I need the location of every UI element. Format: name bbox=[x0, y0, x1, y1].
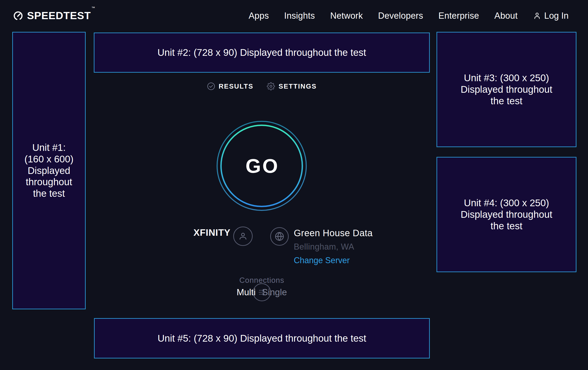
nav-insights[interactable]: Insights bbox=[284, 11, 315, 21]
tab-results-label: RESULTS bbox=[219, 83, 253, 90]
ad-unit-1: Unit #1: (160 x 600) Displayed throughou… bbox=[12, 32, 86, 309]
user-icon bbox=[533, 11, 541, 20]
ad-unit-2-label: Unit #2: (728 x 90) Displayed throughout… bbox=[158, 47, 366, 58]
redacted-ip-address bbox=[180, 242, 229, 248]
ad-unit-3-line: the test bbox=[491, 95, 522, 107]
ad-unit-4-line: Displayed throughout bbox=[461, 209, 552, 220]
server-globe-badge bbox=[270, 227, 289, 246]
speedtest-page: SPEEDTEST™ Apps Insights Network Develop… bbox=[0, 0, 588, 370]
server-name: Green House Data bbox=[294, 228, 373, 238]
isp-user-badge bbox=[233, 227, 253, 246]
ad-unit-4-line: the test bbox=[491, 220, 522, 232]
user-circle-icon bbox=[238, 231, 248, 241]
multi-connection-arrows-icon bbox=[257, 287, 267, 298]
ad-unit-5: Unit #5: (728 x 90) Displayed throughout… bbox=[94, 318, 430, 359]
change-server-link[interactable]: Change Server bbox=[294, 256, 350, 265]
ad-unit-4-line: Unit #4: (300 x 250) bbox=[464, 197, 549, 209]
globe-icon bbox=[274, 231, 284, 241]
connections-toggle-button[interactable] bbox=[253, 283, 271, 301]
ad-unit-5-label: Unit #5: (728 x 90) Displayed throughout… bbox=[158, 333, 366, 344]
nav-enterprise[interactable]: Enterprise bbox=[438, 11, 479, 21]
header: SPEEDTEST™ Apps Insights Network Develop… bbox=[0, 0, 588, 31]
nav-apps[interactable]: Apps bbox=[249, 11, 269, 21]
tab-settings-label: SETTINGS bbox=[279, 83, 317, 90]
ad-unit-2: Unit #2: (728 x 90) Displayed throughout… bbox=[94, 32, 430, 73]
nav-developers[interactable]: Developers bbox=[378, 11, 423, 21]
tab-settings[interactable]: SETTINGS bbox=[267, 82, 317, 90]
ad-unit-3-line: Unit #3: (300 x 250) bbox=[464, 72, 549, 84]
go-label: GO bbox=[216, 121, 307, 211]
isp-name: XFINITY bbox=[194, 228, 231, 238]
login-button[interactable]: Log In bbox=[533, 11, 569, 21]
ad-unit-1-line: (160 x 600) bbox=[24, 153, 74, 165]
login-label: Log In bbox=[544, 11, 569, 21]
ad-unit-3: Unit #3: (300 x 250) Displayed throughou… bbox=[437, 32, 577, 147]
check-circle-icon bbox=[207, 82, 215, 90]
ad-unit-3-line: Displayed throughout bbox=[461, 84, 552, 95]
server-location: Bellingham, WA bbox=[294, 242, 354, 252]
main-nav: Apps Insights Network Developers Enterpr… bbox=[249, 11, 569, 21]
ad-unit-1-line: the test bbox=[33, 188, 65, 199]
gear-icon bbox=[267, 82, 275, 90]
tab-results[interactable]: RESULTS bbox=[207, 82, 253, 90]
speedometer-icon bbox=[13, 10, 23, 21]
ad-unit-4: Unit #4: (300 x 250) Displayed throughou… bbox=[437, 157, 577, 272]
nav-network[interactable]: Network bbox=[330, 11, 363, 21]
ad-unit-1-line: Unit #1: bbox=[32, 142, 66, 153]
server-info: Green House Data Bellingham, WA Change S… bbox=[294, 228, 373, 265]
nav-about[interactable]: About bbox=[494, 11, 518, 21]
connections-toggle: Multi Single bbox=[94, 287, 430, 297]
go-button[interactable]: GO bbox=[216, 121, 307, 211]
logo-text: SPEEDTEST™ bbox=[27, 10, 95, 22]
ad-unit-1-line: throughout bbox=[26, 176, 72, 188]
tabs-bar: RESULTS SETTINGS bbox=[94, 82, 430, 90]
speedtest-logo[interactable]: SPEEDTEST™ bbox=[13, 10, 95, 22]
ad-unit-1-line: Displayed bbox=[28, 165, 70, 177]
